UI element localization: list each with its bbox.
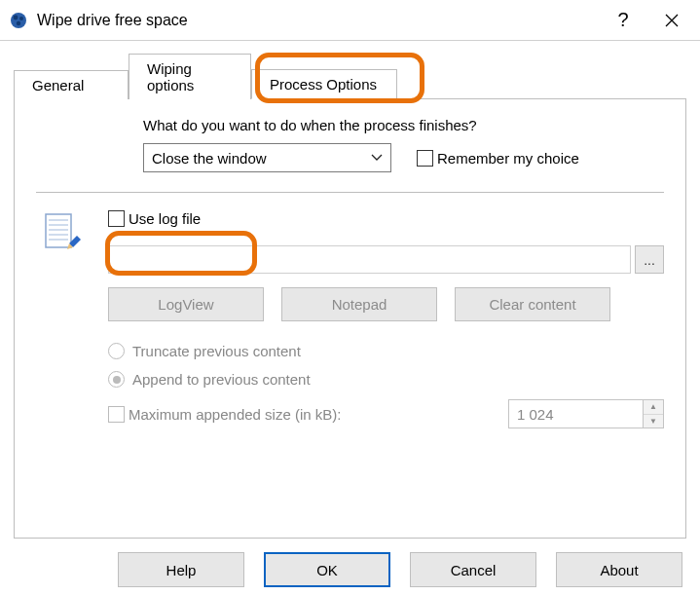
svg-point-3: [17, 20, 20, 24]
radio-circle-icon: [108, 343, 125, 359]
max-append-size-spinner[interactable]: 1 024 ▲ ▼: [508, 399, 664, 428]
dialog-footer: Help OK Cancel About: [0, 539, 700, 595]
svg-point-2: [19, 17, 23, 20]
button-label: About: [600, 562, 638, 578]
ok-button[interactable]: OK: [264, 552, 390, 587]
use-log-file-checkbox[interactable]: Use log file: [108, 210, 201, 227]
button-label: OK: [316, 562, 338, 578]
button-label: Notepad: [332, 296, 387, 313]
spinner-up-button[interactable]: ▲: [644, 400, 663, 415]
append-label: Append to previous content: [132, 371, 311, 388]
tab-label: Wiping options: [147, 60, 194, 93]
logview-button[interactable]: LogView: [108, 287, 264, 321]
append-radio[interactable]: Append to previous content: [108, 371, 664, 388]
radio-circle-icon: [108, 371, 125, 388]
tab-panel-process-options: What do you want to do when the process …: [14, 98, 686, 539]
tab-general[interactable]: General: [14, 70, 129, 99]
cancel-button[interactable]: Cancel: [410, 552, 536, 587]
ellipsis-icon: ...: [644, 252, 655, 268]
log-path-input[interactable]: [108, 245, 631, 274]
tab-wiping-options[interactable]: Wiping options: [129, 54, 251, 99]
max-append-size-checkbox[interactable]: Maximum appended size (in kB):: [108, 406, 341, 423]
notepad-button[interactable]: Notepad: [281, 287, 437, 321]
finish-action-value: Close the window: [152, 150, 267, 167]
spinner-value[interactable]: 1 024: [508, 399, 643, 428]
truncate-label: Truncate previous content: [132, 343, 301, 359]
checkbox-box-icon: [108, 406, 125, 423]
tab-label: Process Options: [270, 76, 377, 93]
close-button[interactable]: [647, 0, 696, 41]
button-label: LogView: [158, 296, 213, 313]
svg-point-0: [11, 13, 26, 28]
tab-label: General: [32, 77, 84, 93]
clear-content-button[interactable]: Clear content: [455, 287, 610, 321]
button-label: Help: [166, 562, 197, 578]
button-label: Cancel: [451, 562, 497, 578]
use-log-file-label: Use log file: [129, 210, 201, 227]
window-title: Wipe drive free space: [37, 12, 599, 29]
help-button[interactable]: ?: [599, 0, 647, 41]
checkbox-box-icon: [108, 210, 125, 227]
finish-action-select[interactable]: Close the window: [143, 143, 391, 172]
checkbox-box-icon: [417, 150, 433, 167]
tab-process-options[interactable]: Process Options: [251, 69, 397, 99]
titlebar: Wipe drive free space ?: [0, 0, 700, 41]
radio-dot-icon: [113, 376, 121, 384]
log-file-icon: [40, 210, 85, 256]
app-icon: [8, 10, 29, 31]
max-append-label: Maximum appended size (in kB):: [129, 406, 341, 423]
svg-rect-6: [46, 214, 71, 247]
help-button-footer[interactable]: Help: [118, 552, 244, 587]
about-button[interactable]: About: [556, 552, 682, 587]
chevron-down-icon: [371, 151, 383, 165]
truncate-radio[interactable]: Truncate previous content: [108, 343, 664, 359]
svg-point-1: [14, 15, 18, 19]
remember-choice-checkbox[interactable]: Remember my choice: [417, 150, 579, 167]
spinner-down-button[interactable]: ▼: [644, 415, 663, 428]
separator: [36, 192, 664, 193]
button-label: Clear content: [489, 296, 575, 313]
tab-bar: General Wiping options Process Options: [14, 54, 686, 99]
remember-choice-label: Remember my choice: [437, 150, 579, 167]
browse-button[interactable]: ...: [635, 245, 664, 274]
finish-question-label: What do you want to do when the process …: [143, 117, 664, 133]
